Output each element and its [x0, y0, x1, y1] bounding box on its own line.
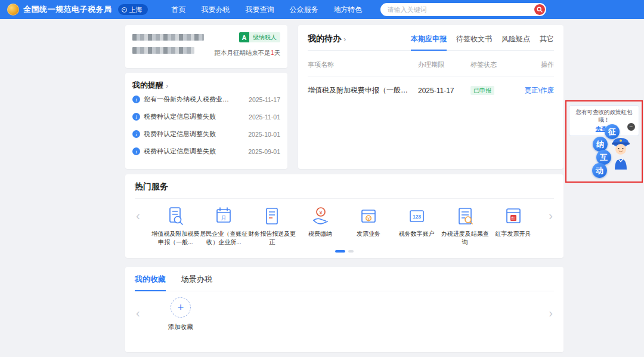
red-invoice-icon: 红: [503, 205, 524, 227]
taxpayer-info-card: A 级纳税人 距本月征期结束不足1天: [125, 25, 287, 68]
service-label: 居民企业（查账征收）企业所...: [200, 230, 248, 246]
add-favorite-label: 添加收藏: [159, 323, 203, 331]
info-icon: i: [132, 130, 140, 138]
service-label: 发票业务: [345, 230, 393, 238]
deadline-suffix: 天: [274, 49, 281, 56]
reminder-text: 您有一份新办纳税人税费业务详解，...: [144, 95, 234, 104]
svg-text:月: 月: [221, 215, 227, 221]
reminder-item[interactable]: i 税费种认定信息调整失败 2025-09-01: [132, 143, 280, 160]
service-invoice-business[interactable]: ¥ 发票业务: [345, 205, 393, 246]
chevron-right-icon: ›: [343, 35, 346, 44]
filing-deadline-note: 距本月征期结束不足1天: [214, 49, 280, 57]
todo-item-action: 更正\作废: [517, 86, 554, 95]
service-vat-declaration[interactable]: 增值税及附加税费申报（一般...: [151, 205, 200, 246]
search-button[interactable]: [534, 4, 545, 15]
favorites-card: 我的收藏 场景办税 ‹ + 添加收藏 ›: [125, 267, 564, 352]
service-label: 增值税及附加税费申报（一般...: [151, 230, 200, 246]
assistant-badge-dong[interactable]: 动: [592, 163, 607, 178]
status-badge: 已申报: [470, 86, 494, 95]
service-financial-report[interactable]: 财务报告报送及更正: [248, 205, 296, 246]
search-input[interactable]: [388, 6, 531, 13]
nav-public-service[interactable]: 公众服务: [290, 5, 318, 15]
digital-account-icon: 123: [406, 205, 428, 227]
reminder-text: 税费种认定信息调整失败: [144, 130, 216, 139]
main-nav: 首页 我要办税 我要查询 公众服务 地方特色: [172, 5, 363, 15]
reminder-item[interactable]: i 您有一份新办纳税人税费业务详解，... 2025-11-17: [132, 91, 280, 108]
carousel-pagination: [135, 250, 554, 253]
favorites-tabs: 我的收藏 场景办税: [135, 274, 554, 291]
svg-text:¥: ¥: [367, 217, 370, 221]
add-favorite-button[interactable]: + 添加收藏: [159, 297, 203, 331]
column-tag-status: 标签状态: [470, 60, 517, 69]
vat-declaration-icon: [165, 205, 186, 227]
assistant-avatar[interactable]: [608, 135, 633, 173]
reminder-item[interactable]: i 税费种认定信息调整失败 2025-10-01: [132, 125, 280, 143]
invoice-business-icon: ¥: [358, 205, 379, 227]
nav-handle-tax[interactable]: 我要办税: [202, 5, 230, 15]
service-label: 红字发票开具: [489, 230, 537, 238]
todo-title[interactable]: 我的待办: [308, 33, 341, 44]
progress-query-icon: [454, 205, 476, 227]
rating-letter: A: [239, 32, 249, 42]
nav-home[interactable]: 首页: [172, 5, 186, 15]
reminder-text: 税费种认定信息调整失败: [144, 147, 216, 156]
nav-local-feature[interactable]: 地方特色: [334, 5, 363, 15]
todo-tabs: 本期应申报 待签收文书 风险疑点 其它: [411, 34, 554, 50]
location-selector[interactable]: 上海: [118, 4, 148, 15]
reminder-text: 税费种认定信息调整失败: [144, 112, 216, 121]
reminders-card: 我的提醒 › i 您有一份新办纳税人税费业务详解，... 2025-11-17 …: [125, 73, 287, 169]
chevron-left-icon[interactable]: ‹: [136, 307, 140, 319]
service-red-invoice[interactable]: 红 红字发票开具: [489, 205, 537, 246]
column-action: 操作: [517, 60, 554, 69]
taxpayer-rating-badge[interactable]: A 级纳税人: [239, 32, 280, 42]
location-label: 上海: [129, 5, 143, 14]
chevron-right-icon[interactable]: ›: [549, 210, 553, 221]
top-bar: 全国统一规范电子税务局 上海 首页 我要办税 我要查询 公众服务 地方特色: [0, 0, 644, 19]
collapse-widget-button[interactable]: −: [627, 123, 635, 131]
carousel-dot[interactable]: [348, 250, 354, 253]
service-label: 税费缴纳: [296, 230, 345, 238]
site-title: 全国统一规范电子税务局: [23, 4, 112, 15]
tab-risk-points[interactable]: 风险疑点: [501, 34, 530, 51]
nav-query[interactable]: 我要查询: [246, 5, 274, 15]
tab-other[interactable]: 其它: [540, 34, 554, 51]
taxpayer-name-redacted: [132, 32, 204, 57]
redacted-name-line2: [132, 47, 194, 54]
assistant-message-bubble: 您有可查收的政策红包哦！ 去查看: [569, 105, 639, 136]
tax-bureau-logo: [7, 4, 19, 16]
reminders-title[interactable]: 我的提醒: [132, 80, 163, 91]
todo-table-header: 事项名称 办理期限 标签状态 操作: [308, 60, 554, 77]
services-carousel: ‹ 增值税及附加税费申报（一般... 月: [135, 205, 554, 246]
search-bar: [380, 3, 546, 16]
reminder-item[interactable]: i 税费种认定信息调整失败 2025-11-01: [132, 108, 280, 125]
tab-documents-to-sign[interactable]: 待签收文书: [456, 34, 492, 51]
service-progress-query[interactable]: 办税进度及结果查询: [441, 205, 489, 246]
deadline-prefix: 距本月征期结束不足: [214, 49, 271, 56]
carousel-dot-active[interactable]: [335, 250, 345, 253]
column-deadline: 办理期限: [418, 60, 470, 69]
correct-void-link[interactable]: 更正\作废: [525, 87, 554, 94]
chevron-left-icon[interactable]: ‹: [136, 210, 140, 221]
service-corporate-income-tax[interactable]: 月 居民企业（查账征收）企业所...: [200, 205, 248, 246]
service-tax-payment[interactable]: ¥ 税费缴纳: [296, 205, 345, 246]
location-icon: [122, 7, 127, 13]
column-item-name: 事项名称: [308, 60, 418, 69]
search-icon: [537, 7, 543, 13]
plus-icon: +: [171, 297, 191, 318]
assistant-badge-na[interactable]: 纳: [593, 137, 608, 152]
tax-payment-icon: ¥: [309, 205, 331, 227]
svg-text:红: 红: [511, 216, 515, 220]
todo-item-name: 增值税及附加税费申报（一般纳税人适...: [308, 85, 418, 96]
todo-item-deadline: 2025-11-17: [418, 87, 470, 95]
info-icon: i: [132, 96, 140, 103]
tab-current-declaration[interactable]: 本期应申报: [411, 34, 447, 51]
tab-my-favorites[interactable]: 我的收藏: [135, 274, 166, 291]
service-digital-account[interactable]: 123 税务数字账户: [392, 205, 441, 246]
redacted-name-line1: [132, 34, 204, 41]
reminder-date: 2025-09-01: [248, 148, 280, 155]
chevron-right-icon[interactable]: ›: [549, 307, 553, 319]
tab-scenario-tax[interactable]: 场景办税: [181, 274, 212, 291]
info-icon: i: [132, 147, 140, 155]
service-label: 财务报告报送及更正: [248, 230, 296, 246]
todo-card: 我的待办 › 本期应申报 待签收文书 风险疑点 其它 事项名称 办理期限 标签状…: [298, 25, 564, 169]
